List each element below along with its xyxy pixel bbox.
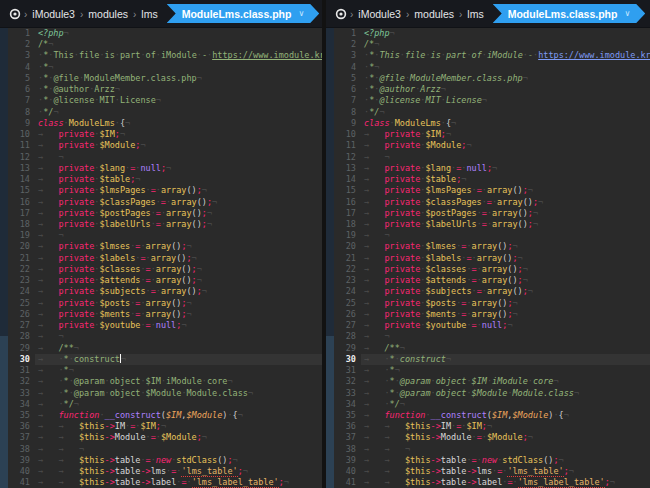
line-number[interactable]: 23: [334, 275, 356, 286]
line-number[interactable]: 12: [334, 152, 356, 163]
code-line[interactable]: → private·$subjects·=·array();¬: [361, 286, 650, 297]
line-number[interactable]: 24: [334, 286, 356, 297]
code-line[interactable]: <?php¬: [361, 28, 650, 39]
code-line[interactable]: → private·$ments·=·array();¬: [361, 309, 650, 320]
code-line[interactable]: → private·$lmsPages·=·array();¬: [361, 185, 650, 196]
line-number[interactable]: 18: [8, 219, 30, 230]
line-number[interactable]: 28: [8, 331, 30, 342]
line-number[interactable]: 17: [334, 208, 356, 219]
code-line[interactable]: → private·$posts·=·array();¬: [361, 298, 650, 309]
line-number[interactable]: 21: [334, 253, 356, 264]
line-number[interactable]: 21: [8, 253, 30, 264]
code-line[interactable]: → private·$lmses·=·array();¬: [361, 241, 650, 252]
line-number[interactable]: 37: [8, 432, 30, 443]
line-number-gutter[interactable]: 1234567891011121314151617181920212223242…: [8, 28, 35, 488]
code-line[interactable]: → /**¬: [35, 343, 322, 354]
code-line[interactable]: ·*·@file·ModuleMember.class.php¬: [361, 73, 650, 84]
code-line[interactable]: → ¬: [35, 152, 322, 163]
breadcrumb-item-modules[interactable]: modules: [88, 8, 128, 20]
line-number[interactable]: 34: [334, 399, 356, 410]
line-number[interactable]: 30: [8, 354, 30, 365]
code-line[interactable]: → private·$lmsPages·=·array();¬: [35, 185, 322, 196]
line-number[interactable]: 36: [334, 421, 356, 432]
line-number[interactable]: 5: [8, 73, 30, 84]
code-line[interactable]: → private·$postPages·=·array();¬: [35, 208, 322, 219]
line-number[interactable]: 10: [334, 129, 356, 140]
line-number[interactable]: 4: [334, 62, 356, 73]
code-line[interactable]: → private·$classPages·=·array();¬: [361, 197, 650, 208]
line-number[interactable]: 9: [334, 118, 356, 129]
code-line[interactable]: ·*¬: [35, 62, 322, 73]
line-number[interactable]: 10: [8, 129, 30, 140]
breadcrumb-item-modules[interactable]: modules: [414, 8, 454, 20]
line-number[interactable]: 11: [334, 140, 356, 151]
line-number[interactable]: 15: [334, 185, 356, 196]
code-line[interactable]: → → $this->table->label·=·'lms_label_tab…: [361, 477, 650, 488]
line-number[interactable]: 8: [8, 107, 30, 118]
code-area[interactable]: <?php¬/*¬·*·This·file·is·part·of·iModule…: [361, 28, 650, 488]
code-line[interactable]: class·ModuleLms·{¬: [35, 118, 322, 129]
active-file-tab[interactable]: ModuleLms.class.php ∨: [167, 4, 320, 23]
line-number[interactable]: 3: [334, 50, 356, 61]
code-line[interactable]: /*¬: [35, 39, 322, 50]
code-line[interactable]: ·*·@license·MIT·License¬: [35, 95, 322, 106]
code-line[interactable]: → → $this->table->lms·=·'lms_table';¬: [35, 466, 322, 477]
code-line[interactable]: → ·*/¬: [361, 399, 650, 410]
line-number[interactable]: 20: [8, 241, 30, 252]
code-line[interactable]: → private·$table;¬: [361, 174, 650, 185]
line-number[interactable]: 16: [8, 197, 30, 208]
line-number[interactable]: 41: [334, 477, 356, 488]
line-number[interactable]: 20: [334, 241, 356, 252]
code-line[interactable]: ·*/¬: [35, 107, 322, 118]
line-number[interactable]: 6: [334, 84, 356, 95]
line-number[interactable]: 30: [334, 354, 356, 365]
code-line[interactable]: → /**¬: [361, 343, 650, 354]
code-line[interactable]: → ·*·@param·object·$Module·Module.class¬: [361, 388, 650, 399]
chevron-down-icon[interactable]: ∨: [624, 9, 630, 18]
code-line[interactable]: → → $this->IM·=·$IM;¬: [361, 421, 650, 432]
code-line[interactable]: ·*·@file·ModuleMember.class.php¬: [35, 73, 322, 84]
line-number[interactable]: 14: [334, 174, 356, 185]
code-line[interactable]: → ·*·@param·object·$IM·iModule·core¬: [35, 376, 322, 387]
line-number[interactable]: 32: [334, 376, 356, 387]
line-number[interactable]: 26: [8, 309, 30, 320]
code-line[interactable]: → private·$lang·=·null;¬: [361, 163, 650, 174]
line-number[interactable]: 34: [8, 399, 30, 410]
code-line[interactable]: → → ¬: [35, 444, 322, 455]
code-line[interactable]: → private·$labelUrls·=·array();¬: [361, 219, 650, 230]
breadcrumb-item-lms[interactable]: lms: [467, 8, 483, 20]
line-number[interactable]: 35: [334, 410, 356, 421]
file-eye-circle-icon[interactable]: [9, 8, 21, 20]
line-number[interactable]: 11: [8, 140, 30, 151]
line-number[interactable]: 26: [334, 309, 356, 320]
line-number[interactable]: 19: [334, 230, 356, 241]
code-line[interactable]: → ¬: [35, 331, 322, 342]
line-number[interactable]: 2: [8, 39, 30, 50]
code-line[interactable]: → private·$labels·=·array();¬: [361, 253, 650, 264]
code-line[interactable]: → function·__construct($IM,$Module)·{¬: [361, 410, 650, 421]
code-line[interactable]: ·*·@author·Arzz¬: [35, 84, 322, 95]
code-line[interactable]: → private·$classes·=·array();¬: [361, 264, 650, 275]
code-line[interactable]: ·*·This·file·is·part·of·iModule·-·https:…: [361, 50, 650, 61]
line-number[interactable]: 40: [334, 466, 356, 477]
line-number[interactable]: 22: [8, 264, 30, 275]
code-line[interactable]: → ·*·construct¬: [361, 354, 650, 365]
line-number[interactable]: 7: [8, 95, 30, 106]
line-number[interactable]: 31: [334, 365, 356, 376]
line-number[interactable]: 13: [8, 163, 30, 174]
line-number[interactable]: 4: [8, 62, 30, 73]
code-line[interactable]: ·*·@author·Arzz¬: [361, 84, 650, 95]
line-number[interactable]: 38: [8, 444, 30, 455]
line-number[interactable]: 23: [8, 275, 30, 286]
code-line[interactable]: → → $this->Module·=·$Module;¬: [35, 432, 322, 443]
line-number[interactable]: 31: [8, 365, 30, 376]
line-number[interactable]: 22: [334, 264, 356, 275]
line-number[interactable]: 1: [8, 28, 30, 39]
line-number[interactable]: 36: [8, 421, 30, 432]
line-number[interactable]: 19: [8, 230, 30, 241]
line-number[interactable]: 8: [334, 107, 356, 118]
line-number[interactable]: 9: [8, 118, 30, 129]
code-line[interactable]: → private·$lang·=·null;¬: [35, 163, 322, 174]
breadcrumb-item-root[interactable]: iModule3: [32, 8, 75, 20]
code-line[interactable]: → → $this->table->label·=·'lms_label_tab…: [35, 477, 322, 488]
